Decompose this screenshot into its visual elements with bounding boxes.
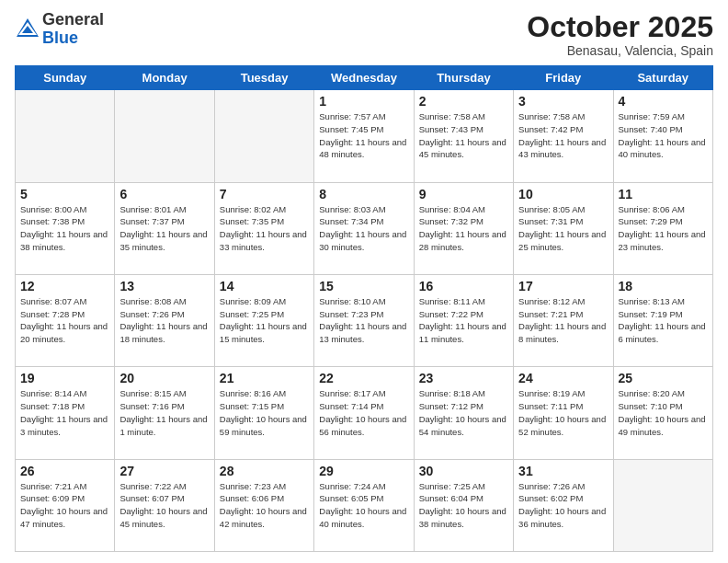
day-info: Sunrise: 7:25 AM Sunset: 6:04 PM Dayligh… [419,480,508,531]
day-number: 7 [220,187,309,201]
day-info: Sunrise: 7:58 AM Sunset: 7:43 PM Dayligh… [419,110,508,161]
day-number: 11 [619,187,708,201]
title-block: October 2025 Benasau, Valencia, Spain [527,11,713,58]
subtitle: Benasau, Valencia, Spain [527,43,713,58]
page: General Blue October 2025 Benasau, Valen… [0,0,728,563]
day-info: Sunrise: 8:04 AM Sunset: 7:32 PM Dayligh… [419,203,508,254]
logo-text: General Blue [42,11,104,48]
day-info: Sunrise: 8:17 AM Sunset: 7:14 PM Dayligh… [319,387,408,438]
day-number: 20 [119,371,209,385]
calendar-cell: 9Sunrise: 8:04 AM Sunset: 7:32 PM Daylig… [414,182,513,274]
calendar-cell: 7Sunrise: 8:02 AM Sunset: 7:35 PM Daylig… [214,182,313,274]
day-info: Sunrise: 7:23 AM Sunset: 6:06 PM Dayligh… [220,480,309,531]
logo-icon [15,17,40,42]
day-number: 16 [419,279,508,293]
day-info: Sunrise: 8:02 AM Sunset: 7:35 PM Dayligh… [220,203,309,254]
calendar-cell: 5Sunrise: 8:00 AM Sunset: 7:38 PM Daylig… [16,182,115,274]
day-info: Sunrise: 7:21 AM Sunset: 6:09 PM Dayligh… [20,480,109,531]
day-info: Sunrise: 8:05 AM Sunset: 7:31 PM Dayligh… [518,203,608,254]
day-number: 30 [419,464,508,478]
day-info: Sunrise: 8:14 AM Sunset: 7:18 PM Dayligh… [20,387,109,438]
day-info: Sunrise: 8:13 AM Sunset: 7:19 PM Dayligh… [619,295,708,346]
day-number: 6 [119,187,209,201]
calendar-week-0: 1Sunrise: 7:57 AM Sunset: 7:45 PM Daylig… [16,90,713,182]
day-number: 4 [619,94,708,109]
day-info: Sunrise: 8:20 AM Sunset: 7:10 PM Dayligh… [619,387,708,438]
day-number: 13 [119,279,209,293]
day-number: 8 [319,187,408,201]
day-number: 10 [518,187,608,201]
day-number: 19 [20,371,109,385]
day-number: 9 [419,187,508,201]
calendar-week-1: 5Sunrise: 8:00 AM Sunset: 7:38 PM Daylig… [16,182,713,274]
calendar-cell: 23Sunrise: 8:18 AM Sunset: 7:12 PM Dayli… [414,367,513,459]
calendar-cell: 13Sunrise: 8:08 AM Sunset: 7:26 PM Dayli… [115,274,214,366]
day-info: Sunrise: 8:12 AM Sunset: 7:21 PM Dayligh… [518,295,608,346]
calendar-cell: 19Sunrise: 8:14 AM Sunset: 7:18 PM Dayli… [16,367,115,459]
calendar-cell: 27Sunrise: 7:22 AM Sunset: 6:07 PM Dayli… [115,459,214,551]
calendar-cell: 26Sunrise: 7:21 AM Sunset: 6:09 PM Dayli… [16,459,115,551]
calendar-cell: 8Sunrise: 8:03 AM Sunset: 7:34 PM Daylig… [314,182,414,274]
calendar-header-row: SundayMondayTuesdayWednesdayThursdayFrid… [16,66,713,90]
day-info: Sunrise: 8:00 AM Sunset: 7:38 PM Dayligh… [20,203,109,254]
calendar-header-friday: Friday [514,66,613,90]
day-number: 22 [319,371,408,385]
day-info: Sunrise: 8:19 AM Sunset: 7:11 PM Dayligh… [518,387,608,438]
calendar-cell: 25Sunrise: 8:20 AM Sunset: 7:10 PM Dayli… [613,367,712,459]
day-info: Sunrise: 8:15 AM Sunset: 7:16 PM Dayligh… [119,387,209,438]
calendar-cell: 15Sunrise: 8:10 AM Sunset: 7:23 PM Dayli… [314,274,414,366]
calendar-cell: 14Sunrise: 8:09 AM Sunset: 7:25 PM Dayli… [214,274,313,366]
calendar-cell: 10Sunrise: 8:05 AM Sunset: 7:31 PM Dayli… [514,182,613,274]
day-number: 26 [20,464,109,478]
day-info: Sunrise: 7:57 AM Sunset: 7:45 PM Dayligh… [319,110,408,161]
calendar-table: SundayMondayTuesdayWednesdayThursdayFrid… [15,65,713,552]
day-number: 12 [20,279,109,293]
day-number: 17 [518,279,608,293]
day-number: 2 [419,94,508,109]
calendar-cell: 24Sunrise: 8:19 AM Sunset: 7:11 PM Dayli… [514,367,613,459]
calendar-cell: 22Sunrise: 8:17 AM Sunset: 7:14 PM Dayli… [314,367,414,459]
calendar-header-monday: Monday [115,66,214,90]
day-info: Sunrise: 8:06 AM Sunset: 7:29 PM Dayligh… [619,203,708,254]
calendar-cell: 29Sunrise: 7:24 AM Sunset: 6:05 PM Dayli… [314,459,414,551]
day-number: 3 [518,94,608,109]
calendar-cell: 3Sunrise: 7:58 AM Sunset: 7:42 PM Daylig… [514,90,613,182]
calendar-cell: 17Sunrise: 8:12 AM Sunset: 7:21 PM Dayli… [514,274,613,366]
header: General Blue October 2025 Benasau, Valen… [15,11,713,58]
day-info: Sunrise: 7:24 AM Sunset: 6:05 PM Dayligh… [319,480,408,531]
day-number: 24 [518,371,608,385]
day-info: Sunrise: 8:07 AM Sunset: 7:28 PM Dayligh… [20,295,109,346]
calendar-cell: 16Sunrise: 8:11 AM Sunset: 7:22 PM Dayli… [414,274,513,366]
logo-general: General [42,10,104,29]
calendar-header-tuesday: Tuesday [214,66,313,90]
calendar-week-3: 19Sunrise: 8:14 AM Sunset: 7:18 PM Dayli… [16,367,713,459]
day-number: 5 [20,187,109,201]
calendar-cell: 1Sunrise: 7:57 AM Sunset: 7:45 PM Daylig… [314,90,414,182]
day-info: Sunrise: 8:01 AM Sunset: 7:37 PM Dayligh… [119,203,209,254]
calendar-cell [115,90,214,182]
day-info: Sunrise: 7:59 AM Sunset: 7:40 PM Dayligh… [619,110,708,161]
day-info: Sunrise: 8:09 AM Sunset: 7:25 PM Dayligh… [220,295,309,346]
day-number: 29 [319,464,408,478]
calendar-header-wednesday: Wednesday [314,66,414,90]
calendar-header-saturday: Saturday [613,66,712,90]
logo: General Blue [15,11,104,48]
day-info: Sunrise: 8:08 AM Sunset: 7:26 PM Dayligh… [119,295,209,346]
day-info: Sunrise: 8:03 AM Sunset: 7:34 PM Dayligh… [319,203,408,254]
calendar-header-thursday: Thursday [414,66,513,90]
calendar-cell: 30Sunrise: 7:25 AM Sunset: 6:04 PM Dayli… [414,459,513,551]
day-number: 1 [319,94,408,109]
calendar-cell: 20Sunrise: 8:15 AM Sunset: 7:16 PM Dayli… [115,367,214,459]
day-number: 18 [619,279,708,293]
calendar-cell: 28Sunrise: 7:23 AM Sunset: 6:06 PM Dayli… [214,459,313,551]
calendar-cell [16,90,115,182]
calendar-week-4: 26Sunrise: 7:21 AM Sunset: 6:09 PM Dayli… [16,459,713,551]
day-number: 25 [619,371,708,385]
calendar-cell: 21Sunrise: 8:16 AM Sunset: 7:15 PM Dayli… [214,367,313,459]
day-info: Sunrise: 7:26 AM Sunset: 6:02 PM Dayligh… [518,480,608,531]
day-number: 15 [319,279,408,293]
calendar-cell: 18Sunrise: 8:13 AM Sunset: 7:19 PM Dayli… [613,274,712,366]
calendar-cell: 4Sunrise: 7:59 AM Sunset: 7:40 PM Daylig… [613,90,712,182]
day-number: 27 [119,464,209,478]
calendar-cell: 2Sunrise: 7:58 AM Sunset: 7:43 PM Daylig… [414,90,513,182]
